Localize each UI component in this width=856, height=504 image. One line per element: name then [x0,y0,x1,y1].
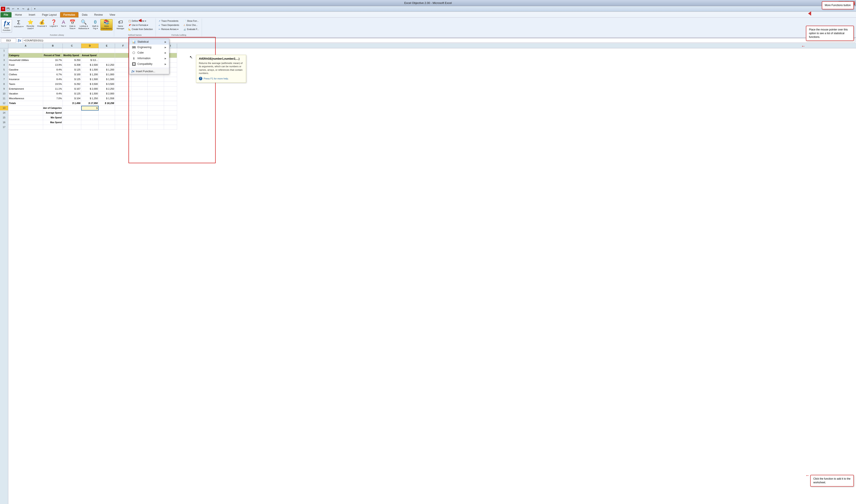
cell-a14[interactable] [8,111,43,115]
cell-b13[interactable]: Number of Categories [43,106,63,111]
cell-d8[interactable]: $ 3,500 [81,82,99,87]
cell-f17[interactable] [115,125,132,130]
row-num-1[interactable]: 1 [0,48,8,53]
cell-a6[interactable]: Clothes [8,72,43,77]
cell-b16[interactable]: Max Spend [43,120,63,125]
cell-e7[interactable]: $ 1,500 [99,77,115,82]
cell-e15[interactable] [99,115,115,120]
cell-h17[interactable] [148,125,164,130]
tab-data[interactable]: Data [78,12,91,17]
cell-g11[interactable] [132,96,148,101]
cell-d9[interactable]: $ 2,000 [81,87,99,91]
cell-i17[interactable] [164,125,177,130]
more-functions-button[interactable]: 📚 MoreFunctions ▾ [100,19,113,31]
row-num-3[interactable]: 3 [0,58,8,63]
cell-g14[interactable] [132,111,148,115]
cell-a1[interactable] [8,48,43,53]
cell-f14[interactable] [115,111,132,115]
autosum-button[interactable]: Σ AutoSum ▾ [13,19,25,29]
recently-used-button[interactable]: ⭐ RecentlyUsed ▾ [25,19,35,31]
cell-b14[interactable]: Average Spend [43,111,63,115]
information-menu-item[interactable]: ℹ Information ▶ [129,55,169,61]
row-num-11[interactable]: 11 [0,96,8,101]
cell-i11[interactable] [164,96,177,101]
tab-formulas[interactable]: Formulas [60,12,78,17]
cell-d16[interactable] [81,120,99,125]
row-num-16[interactable]: 16 [0,120,8,125]
customize-qat[interactable]: ▾ [33,7,37,11]
cell-h11[interactable] [148,96,164,101]
row-num-17[interactable]: 17 [0,125,8,130]
cell-c9[interactable]: $ 167 [63,87,81,91]
cell-b6[interactable]: 6.7% [43,72,63,77]
cell-a8[interactable]: Taxes [8,82,43,87]
cell-b11[interactable]: 7.0% [43,96,63,101]
cell-g8[interactable] [132,82,148,87]
row-num-2[interactable]: 2 [0,53,8,58]
cell-a12[interactable]: Totals [8,101,43,106]
cell-b4[interactable]: 13.9% [43,63,63,68]
cell-c17[interactable] [63,125,81,130]
cell-c6[interactable]: $ 100 [63,72,81,77]
cell-g13[interactable] [132,106,148,111]
cell-reference-box[interactable] [1,38,16,43]
cell-h16[interactable] [148,120,164,125]
row-num-10[interactable]: 10 [0,91,8,96]
show-formulas-button[interactable]: 📄 Show Forr... [182,19,200,23]
cell-i12[interactable] [164,101,177,106]
cell-b7[interactable]: 8.4% [43,77,63,82]
logical-button[interactable]: ❓ Logical ▾ [49,19,59,28]
col-header-a[interactable]: A [8,43,43,48]
cell-f12[interactable] [115,101,132,106]
cell-d15[interactable] [81,115,99,120]
cube-menu-item[interactable]: ⬡ Cube ▶ [129,50,169,55]
cell-b8[interactable]: 19.5% [43,82,63,87]
lookup-reference-button[interactable]: 🔍 Lookup &Reference ▾ [77,19,90,31]
cell-d7[interactable]: $ 1,500 [81,77,99,82]
cell-c14[interactable] [63,111,81,115]
row-num-13[interactable]: 13 [0,106,8,111]
cell-h10[interactable] [148,91,164,96]
cell-b12[interactable] [43,101,63,106]
cell-h14[interactable] [148,111,164,115]
insert-function-row[interactable]: ƒx Insert Function... [129,68,169,74]
row-num-4[interactable]: 4 [0,63,8,68]
cell-b1[interactable] [43,48,63,53]
cell-d1[interactable] [81,48,99,53]
cell-i9[interactable] [164,87,177,91]
cell-d14[interactable] [81,111,99,115]
row-num-7[interactable]: 7 [0,77,8,82]
cell-d10[interactable]: $ 1,500 [81,91,99,96]
cell-f8[interactable] [115,82,132,87]
cell-a7[interactable]: Insurance [8,77,43,82]
cell-b15[interactable]: Min Spend [43,115,63,120]
cell-a9[interactable]: Entertainment [8,87,43,91]
cell-e1[interactable] [99,48,115,53]
cell-c8[interactable]: $ 292 [63,82,81,87]
cell-e14[interactable] [99,111,115,115]
col-header-b[interactable]: B [43,43,63,48]
cell-g7[interactable] [132,77,148,82]
cell-e16[interactable] [99,120,115,125]
cell-c15[interactable] [63,115,81,120]
cell-f7[interactable] [115,77,132,82]
cell-c1[interactable] [63,48,81,53]
cell-f11[interactable] [115,96,132,101]
cell-c4[interactable]: $ 208 [63,63,81,68]
cell-d5[interactable]: $ 1,500 [81,68,99,72]
cell-f13[interactable] [115,106,132,111]
row-num-14[interactable]: 14 [0,111,8,115]
cell-c11[interactable]: $ 104 [63,96,81,101]
math-trig-button[interactable]: θ Math &Trig ▾ [91,19,100,31]
cell-f15[interactable] [115,115,132,120]
cell-a3[interactable]: Household Utilities [8,58,43,63]
cell-g12[interactable] [132,101,148,106]
cell-i10[interactable] [164,91,177,96]
cell-i15[interactable] [164,115,177,120]
cell-g9[interactable] [132,87,148,91]
cell-d6[interactable]: $ 1,200 [81,72,99,77]
undo-dropdown[interactable]: ▾ [16,7,20,11]
cell-b9[interactable]: 11.1% [43,87,63,91]
cell-c5[interactable]: $ 125 [63,68,81,72]
cell-a15[interactable] [8,115,43,120]
